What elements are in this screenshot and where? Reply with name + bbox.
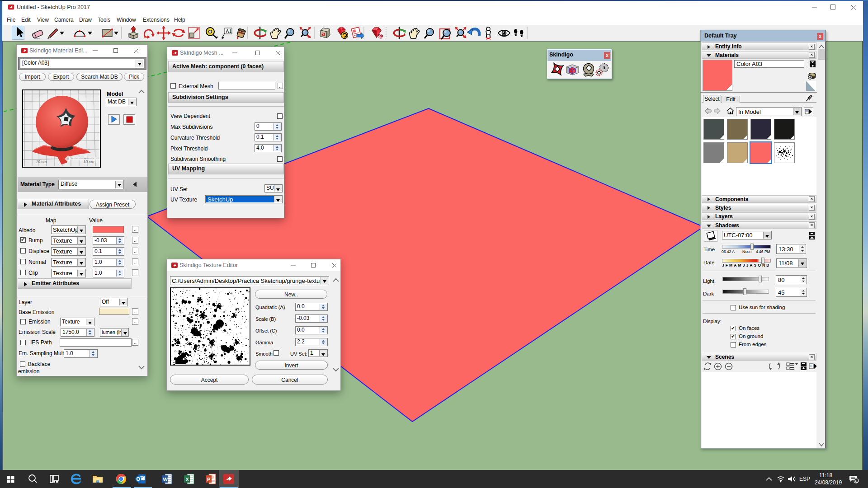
svg-text:10 cm: 10 cm [36, 160, 47, 164]
svg-text:10 cm: 10 cm [83, 160, 94, 164]
svg-text:X: X [186, 477, 189, 482]
svg-text:W: W [163, 477, 168, 482]
svg-text:A1: A1 [226, 28, 232, 34]
svg-text:6: 6 [855, 479, 858, 483]
svg-text:P: P [207, 477, 210, 482]
